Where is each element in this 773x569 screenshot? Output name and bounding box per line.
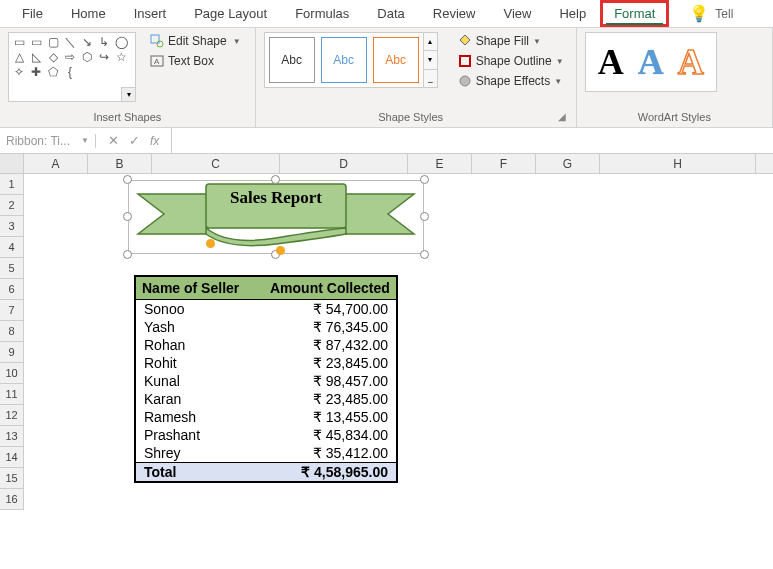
row-header-7[interactable]: 7: [0, 300, 23, 321]
cancel-icon[interactable]: ✕: [108, 133, 119, 148]
wordart-preset-3[interactable]: A: [678, 41, 704, 83]
cell-seller-name[interactable]: Rohan: [136, 336, 264, 354]
resize-handle-tl[interactable]: [123, 175, 132, 184]
style-scroll-up-icon[interactable]: ▴: [424, 33, 437, 51]
tab-formulas[interactable]: Formulas: [281, 0, 363, 27]
select-all-button[interactable]: [0, 154, 24, 173]
row-header-2[interactable]: 2: [0, 195, 23, 216]
chevron-down-icon[interactable]: ▼: [81, 136, 89, 145]
cell-seller-name[interactable]: Karan: [136, 390, 264, 408]
style-preset-2[interactable]: Abc: [321, 37, 367, 83]
cell-amount[interactable]: ₹ 23,845.00: [264, 354, 396, 372]
table-header-amount[interactable]: Amount Collected: [264, 277, 396, 299]
resize-handle-tm[interactable]: [271, 175, 280, 184]
tab-insert[interactable]: Insert: [120, 0, 181, 27]
style-preset-1[interactable]: Abc: [269, 37, 315, 83]
shape-rtriangle-icon[interactable]: ◺: [28, 50, 44, 64]
wordart-preset-2[interactable]: A: [638, 41, 664, 83]
tab-data[interactable]: Data: [363, 0, 418, 27]
shape-effects-button[interactable]: Shape Effects ▼: [454, 72, 568, 90]
table-header-name[interactable]: Name of Seller: [136, 277, 264, 299]
row-header-15[interactable]: 15: [0, 468, 23, 489]
shape-arrow-icon[interactable]: ⇨: [62, 50, 78, 64]
wordart-gallery[interactable]: A A A: [585, 32, 717, 92]
adjust-handle-1[interactable]: [206, 239, 215, 248]
enter-icon[interactable]: ✓: [129, 133, 140, 148]
cell-amount[interactable]: ₹ 13,455.00: [264, 408, 396, 426]
cell-seller-name[interactable]: Prashant: [136, 426, 264, 444]
row-header-10[interactable]: 10: [0, 363, 23, 384]
dialog-launcher-icon[interactable]: ◢: [558, 111, 566, 122]
resize-handle-bl[interactable]: [123, 250, 132, 259]
cell-seller-name[interactable]: Rohit: [136, 354, 264, 372]
resize-handle-mr[interactable]: [420, 212, 429, 221]
shape-arrow-line-icon[interactable]: ↘: [79, 35, 95, 49]
shapes-gallery[interactable]: ▭ ▭ ▢ ＼ ↘ ↳ ◯ △ ◺ ◇ ⇨ ⬡ ↪ ☆ ✧ ✚ ⬠ { ▾: [8, 32, 136, 102]
cell-amount[interactable]: ₹ 23,485.00: [264, 390, 396, 408]
tab-file[interactable]: File: [8, 0, 57, 27]
cell-amount[interactable]: ₹ 98,457.00: [264, 372, 396, 390]
cell-amount[interactable]: ₹ 54,700.00: [264, 300, 396, 318]
table-total-label[interactable]: Total: [136, 463, 264, 481]
shape-outline-button[interactable]: Shape Outline ▼: [454, 52, 568, 70]
cell-amount[interactable]: ₹ 35,412.00: [264, 444, 396, 462]
shape-arrow2-icon[interactable]: ↪: [96, 50, 112, 64]
row-header-9[interactable]: 9: [0, 342, 23, 363]
cell-seller-name[interactable]: Ramesh: [136, 408, 264, 426]
shape-rect-icon[interactable]: ▭: [28, 35, 44, 49]
col-header-F[interactable]: F: [472, 154, 536, 173]
name-box[interactable]: Ribbon: Ti... ▼: [0, 134, 96, 148]
tab-page-layout[interactable]: Page Layout: [180, 0, 281, 27]
resize-handle-br[interactable]: [420, 250, 429, 259]
style-scroll-down-icon[interactable]: ▾: [424, 51, 437, 69]
shape-connector-icon[interactable]: ↳: [96, 35, 112, 49]
resize-handle-tr[interactable]: [420, 175, 429, 184]
shape-pentagon-icon[interactable]: ⬠: [45, 65, 61, 79]
row-header-6[interactable]: 6: [0, 279, 23, 300]
cell-amount[interactable]: ₹ 76,345.00: [264, 318, 396, 336]
text-box-button[interactable]: A Text Box: [144, 52, 247, 70]
cell-seller-name[interactable]: Sonoo: [136, 300, 264, 318]
shape-rounded-icon[interactable]: ▢: [45, 35, 61, 49]
cell-seller-name[interactable]: Yash: [136, 318, 264, 336]
row-header-16[interactable]: 16: [0, 489, 23, 510]
row-header-14[interactable]: 14: [0, 447, 23, 468]
tab-format[interactable]: Format: [600, 0, 669, 27]
tab-help[interactable]: Help: [545, 0, 600, 27]
shape-fill-button[interactable]: Shape Fill ▼: [454, 32, 568, 50]
col-header-C[interactable]: C: [152, 154, 280, 173]
tab-review[interactable]: Review: [419, 0, 490, 27]
row-header-5[interactable]: 5: [0, 258, 23, 279]
shape-star-icon[interactable]: ☆: [113, 50, 129, 64]
shape-triangle-icon[interactable]: △: [11, 50, 27, 64]
row-header-1[interactable]: 1: [0, 174, 23, 195]
shape-hexagon-icon[interactable]: ⬡: [79, 50, 95, 64]
shape-style-gallery[interactable]: Abc Abc Abc: [264, 32, 424, 88]
shape-plus-icon[interactable]: ✚: [28, 65, 44, 79]
table-total-amount[interactable]: ₹ 4,58,965.00: [264, 463, 396, 481]
shape-brace-icon[interactable]: {: [62, 65, 78, 79]
cell-seller-name[interactable]: Shrey: [136, 444, 264, 462]
adjust-handle-2[interactable]: [276, 246, 285, 255]
tell-me-icon[interactable]: 💡: [689, 4, 709, 23]
shape-textbox-icon[interactable]: ▭: [11, 35, 27, 49]
resize-handle-ml[interactable]: [123, 212, 132, 221]
cell-seller-name[interactable]: Kunal: [136, 372, 264, 390]
shapes-more-icon[interactable]: ▾: [121, 87, 135, 101]
row-header-11[interactable]: 11: [0, 384, 23, 405]
tell-me-label[interactable]: Tell: [715, 7, 733, 21]
style-preset-3[interactable]: Abc: [373, 37, 419, 83]
row-header-3[interactable]: 3: [0, 216, 23, 237]
shape-callout-icon[interactable]: ✧: [11, 65, 27, 79]
edit-shape-button[interactable]: Edit Shape ▼: [144, 32, 247, 50]
col-header-E[interactable]: E: [408, 154, 472, 173]
ribbon-banner-title[interactable]: Sales Report: [128, 188, 424, 208]
shape-oval-icon[interactable]: ◯: [113, 35, 129, 49]
row-header-13[interactable]: 13: [0, 426, 23, 447]
shape-line-icon[interactable]: ＼: [62, 35, 78, 49]
cell-amount[interactable]: ₹ 87,432.00: [264, 336, 396, 354]
col-header-D[interactable]: D: [280, 154, 408, 173]
col-header-G[interactable]: G: [536, 154, 600, 173]
row-header-8[interactable]: 8: [0, 321, 23, 342]
fx-icon[interactable]: fx: [150, 134, 159, 148]
